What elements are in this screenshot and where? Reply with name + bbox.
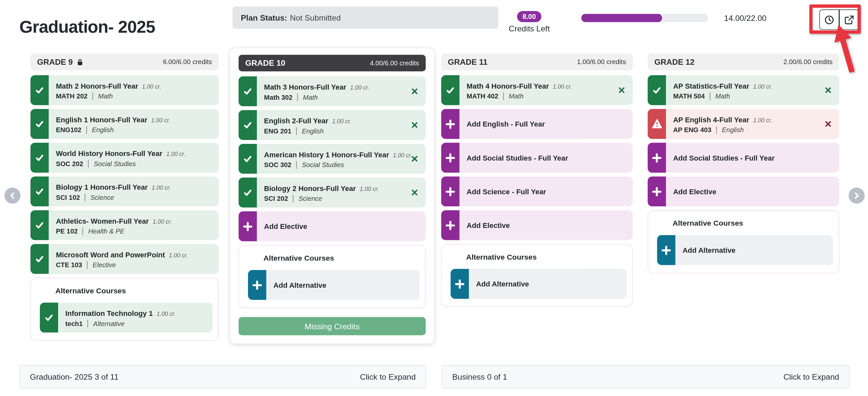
course-title: World History Honors-Full Year — [56, 149, 163, 157]
course-credit: 1.00 cr. — [350, 84, 369, 90]
remove-course-button[interactable] — [410, 154, 419, 163]
add-course-button[interactable]: Add Social Studies - Full Year — [441, 143, 632, 173]
plan-summary-bar-graduation[interactable]: Graduation- 2025 3 of 11 Click to Expand — [19, 365, 426, 389]
plan-summary-label: Business 0 of 1 — [452, 372, 507, 381]
course-card[interactable]: Microsoft Word and PowerPoint1.00 cr.CTE… — [30, 244, 219, 274]
course-card[interactable]: World History Honors-Full Year1.00 cr.SO… — [30, 143, 219, 173]
remove-course-button[interactable] — [824, 86, 833, 95]
remove-course-button[interactable] — [410, 121, 419, 130]
course-code: ENG102 — [56, 126, 82, 134]
course-credit: 1.00 cr. — [157, 310, 176, 317]
add-course-button[interactable]: Add Alternative — [248, 270, 420, 300]
remove-icon — [411, 122, 418, 130]
course-card[interactable]: Athletics- Women-Full Year1.00 cr.PE 102… — [30, 210, 219, 240]
check-icon — [239, 110, 257, 140]
plus-icon — [248, 270, 266, 300]
check-icon — [30, 210, 49, 240]
course-title: Add Elective — [673, 187, 716, 196]
remove-course-button[interactable] — [617, 86, 626, 95]
remove-course-button[interactable] — [410, 87, 419, 96]
course-card[interactable]: English 2-Full Year1.00 cr.ENG 201Englis… — [239, 110, 426, 140]
credits-left-label: Credits Left — [504, 24, 555, 33]
plus-icon — [648, 176, 666, 206]
remove-icon — [411, 88, 418, 96]
course-card[interactable]: English 1 Honors-Full Year1.00 cr.ENG102… — [30, 109, 219, 139]
progress-fill — [581, 14, 662, 22]
plus-icon — [657, 235, 675, 265]
plan-summary-bar-business[interactable]: Business 0 of 1 Click to Expand — [442, 365, 850, 389]
course-credit: 1.00 cr. — [360, 185, 379, 192]
remove-icon — [825, 87, 831, 95]
course-credit: 1.00 cr. — [393, 152, 412, 158]
check-icon — [30, 176, 49, 206]
course-code: SCI 102 — [56, 193, 80, 201]
course-card[interactable]: Math 4 Honors-Full Year1.00 cr.MATH 402M… — [441, 75, 632, 105]
course-card[interactable]: Biology 1 Honors-Full Year1.00 cr.SCI 10… — [30, 176, 219, 206]
course-title: Add Alternative — [274, 281, 327, 289]
plus-icon — [441, 143, 459, 173]
grade-label: GRADE 11 — [448, 58, 488, 66]
course-card[interactable]: Biology 2 Honors-Full Year1.00 cr.SCI 20… — [239, 177, 426, 207]
course-card[interactable]: Information Technology 11.00 cr.tech1Alt… — [40, 303, 213, 333]
course-card-body: Add Alternative — [469, 269, 626, 299]
course-card[interactable]: AP English 4-Full Year1.00 cr.AP ENG 403… — [648, 109, 839, 139]
missing-credits-button[interactable]: Missing Credits — [239, 317, 426, 335]
course-card[interactable]: AP Statistics-Full Year1.00 cr.MATH 504M… — [648, 75, 839, 105]
grade-label: GRADE 12 — [654, 58, 694, 66]
course-card[interactable]: American History 1 Honors-Full Year1.00 … — [239, 144, 426, 174]
check-icon — [30, 244, 49, 274]
check-icon — [30, 143, 49, 173]
course-title: Athletics- Women-Full Year — [56, 217, 149, 225]
add-course-button[interactable]: Add Social Studies - Full Year — [648, 143, 839, 173]
course-card-body: AP Statistics-Full Year1.00 cr.MATH 504M… — [666, 75, 839, 105]
plus-icon — [441, 210, 459, 240]
course-card-body: Add Alternative — [675, 235, 833, 265]
next-plans-button[interactable] — [849, 188, 865, 204]
grade-label: GRADE 10 — [245, 59, 286, 67]
remove-course-button[interactable] — [824, 119, 833, 128]
alternative-courses-heading: Alternative Courses — [264, 254, 420, 262]
course-subject: Health & PE — [88, 227, 125, 235]
course-title: Add Alternative — [682, 246, 736, 254]
course-card-body: World History Honors-Full Year1.00 cr.SO… — [49, 143, 219, 173]
course-title: Add Alternative — [476, 279, 529, 288]
grade-10-column: GRADE 104.00/6.00 creditsMath 3 Honors-F… — [230, 48, 434, 344]
remove-icon — [825, 121, 831, 129]
course-code: AP ENG 403 — [673, 126, 711, 134]
page-title: Graduation- 2025 — [19, 17, 155, 37]
external-link-icon — [844, 15, 854, 25]
add-course-button[interactable]: Add Elective — [648, 176, 839, 206]
check-icon — [239, 144, 257, 174]
add-course-button[interactable]: Add Alternative — [657, 235, 833, 265]
course-title: Add Science - Full Year — [467, 187, 546, 196]
course-card-body: Add Alternative — [266, 270, 420, 300]
plus-icon — [239, 211, 257, 241]
add-course-button[interactable]: Add Science - Full Year — [441, 176, 632, 206]
course-credit: 1.00 cr. — [152, 184, 171, 191]
course-card-body: Add Social Studies - Full Year — [459, 143, 633, 173]
add-course-button[interactable]: Add Elective — [441, 210, 632, 240]
add-course-button[interactable]: Add Elective — [239, 211, 426, 241]
course-card[interactable]: Math 2 Honors-Full Year1.00 cr.MATH 202M… — [30, 75, 219, 105]
credits-ratio: 14.00/22.00 — [724, 14, 767, 23]
course-code: MATH 402 — [467, 92, 498, 100]
history-button[interactable] — [819, 9, 839, 30]
course-code: MATH 202 — [56, 92, 88, 100]
add-course-button[interactable]: Add English - Full Year — [441, 109, 632, 139]
divider — [88, 320, 88, 327]
course-card-body: Biology 2 Honors-Full Year1.00 cr.SCI 20… — [257, 177, 426, 207]
add-course-button[interactable]: Add Alternative — [451, 269, 626, 299]
remove-icon — [411, 189, 418, 198]
remove-course-button[interactable] — [410, 188, 419, 197]
divider — [88, 160, 89, 167]
check-icon — [239, 76, 257, 106]
grade-title: GRADE 10 — [245, 59, 286, 67]
divider — [716, 126, 717, 134]
credits-left-block: 8.00 Credits Left — [504, 11, 555, 33]
course-card[interactable]: Math 3 Honors-Full Year1.00 cr.Math 302M… — [239, 76, 426, 106]
course-title: Biology 1 Honors-Full Year — [56, 183, 148, 191]
divider — [293, 195, 294, 202]
course-card-body: AP English 4-Full Year1.00 cr.AP ENG 403… — [666, 109, 839, 139]
open-plan-button[interactable] — [839, 9, 859, 30]
previous-plans-button[interactable] — [5, 188, 21, 204]
